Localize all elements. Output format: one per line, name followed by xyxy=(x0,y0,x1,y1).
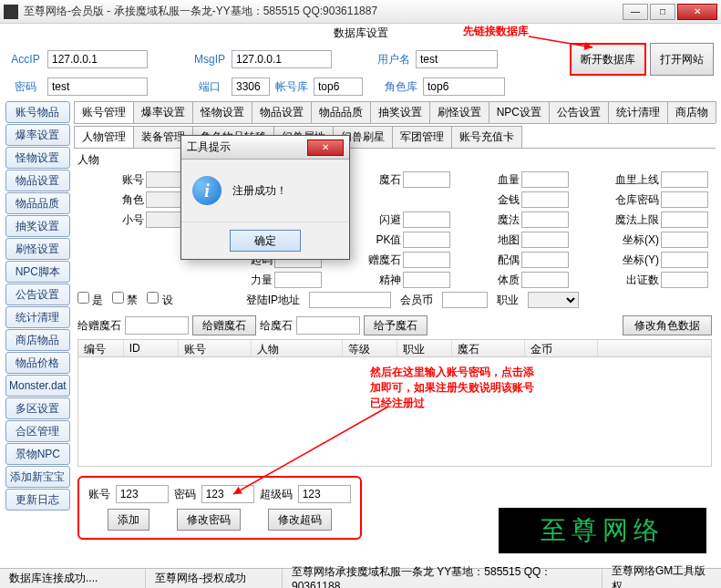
col-3[interactable]: 人物 xyxy=(252,340,343,356)
open-site-button[interactable]: 打开网站 xyxy=(650,43,714,76)
gold-input[interactable] xyxy=(521,191,569,208)
pwd-input[interactable] xyxy=(47,77,148,96)
tab-top-1[interactable]: 爆率设置 xyxy=(133,101,193,123)
job-combo[interactable] xyxy=(528,292,579,308)
acctbl-input[interactable] xyxy=(314,77,363,96)
mod-pwd-button[interactable]: 修改密码 xyxy=(177,509,241,531)
dialog-close-button[interactable]: ✕ xyxy=(307,139,344,156)
hp-input[interactable] xyxy=(521,171,569,188)
whpwd-input[interactable] xyxy=(661,191,708,208)
sidebar-item-17[interactable]: 更新日志 xyxy=(5,489,70,511)
hpmax-input[interactable] xyxy=(661,171,708,188)
chk-ban-box[interactable] xyxy=(112,292,124,304)
reg-acc-input[interactable] xyxy=(116,485,169,503)
col-5[interactable]: 职业 xyxy=(397,340,452,356)
tab-top-8[interactable]: 公告设置 xyxy=(549,101,609,123)
tab-top-2[interactable]: 怪物设置 xyxy=(192,101,252,123)
give-ms-input[interactable] xyxy=(125,316,189,335)
dialog-ok-button[interactable]: 确定 xyxy=(230,230,301,252)
tab-sub-5[interactable]: 军团管理 xyxy=(392,126,452,148)
roletbl-input[interactable] xyxy=(423,77,505,96)
sidebar-item-11[interactable]: 物品价格 xyxy=(5,352,70,374)
tab-top-6[interactable]: 刷怪设置 xyxy=(429,101,489,123)
tab-top-9[interactable]: 统计清理 xyxy=(608,101,668,123)
ms-input[interactable] xyxy=(403,171,450,188)
tab-sub-6[interactable]: 账号充值卡 xyxy=(451,126,522,148)
pk-input[interactable] xyxy=(403,232,450,248)
member-input[interactable] xyxy=(442,292,488,308)
app-icon xyxy=(4,5,18,19)
col-1[interactable]: ID xyxy=(124,340,179,356)
sidebar-item-0[interactable]: 账号物品 xyxy=(5,101,70,123)
lbl-hp: 血量 xyxy=(452,172,519,188)
sidebar-item-9[interactable]: 统计清理 xyxy=(5,306,70,328)
reg-pwd-input[interactable] xyxy=(201,485,254,503)
map-input[interactable] xyxy=(521,232,569,248)
reg-sup-input[interactable] xyxy=(298,485,351,503)
sidebar-item-14[interactable]: 合区管理 xyxy=(5,420,70,442)
give-ms2-button[interactable]: 给予魔石 xyxy=(364,315,427,335)
sidebar-item-5[interactable]: 抽奖设置 xyxy=(5,215,70,237)
spirit-input[interactable] xyxy=(403,272,450,288)
gift-input[interactable] xyxy=(403,252,450,268)
sidebar-item-12[interactable]: Monster.dat xyxy=(5,375,70,397)
tab-top-10[interactable]: 商店物 xyxy=(667,101,716,123)
chk-is-box[interactable] xyxy=(77,292,89,304)
chk-set-box[interactable] xyxy=(147,292,159,304)
mod-sup-button[interactable]: 修改超码 xyxy=(268,509,332,531)
sidebar-item-16[interactable]: 添加新宝宝 xyxy=(5,466,70,488)
give-ms2-input[interactable] xyxy=(296,316,360,335)
col-0[interactable]: 编号 xyxy=(78,340,124,356)
ip-input[interactable] xyxy=(309,292,391,308)
sidebar-item-4[interactable]: 物品品质 xyxy=(5,192,70,214)
tab-sub-0[interactable]: 人物管理 xyxy=(74,126,134,148)
cert-input[interactable] xyxy=(661,272,708,288)
sidebar-item-1[interactable]: 爆率设置 xyxy=(5,124,70,146)
sidebar-item-13[interactable]: 多区设置 xyxy=(5,397,70,419)
tab-top-3[interactable]: 物品设置 xyxy=(252,101,312,123)
user-input[interactable] xyxy=(416,50,498,68)
minimize-button[interactable]: — xyxy=(623,4,648,20)
mana-input[interactable] xyxy=(521,211,569,228)
spouse-input[interactable] xyxy=(521,252,569,268)
lbl-sub: 小号 xyxy=(77,212,144,228)
tab-top-5[interactable]: 抽奖设置 xyxy=(370,101,430,123)
sidebar-item-7[interactable]: NPC脚本 xyxy=(5,261,70,283)
col-2[interactable]: 账号 xyxy=(179,340,252,356)
sidebar-item-6[interactable]: 刷怪设置 xyxy=(5,238,70,260)
dodge-input[interactable] xyxy=(403,211,450,228)
give-ms-button[interactable]: 给赠魔石 xyxy=(192,315,256,335)
lbl-spouse: 配偶 xyxy=(452,253,519,268)
body-input[interactable] xyxy=(521,272,569,288)
tab-top-4[interactable]: 物品品质 xyxy=(311,101,371,123)
accip-input[interactable] xyxy=(47,50,148,68)
chk-is[interactable]: 是 xyxy=(77,292,103,308)
sidebar-item-2[interactable]: 怪物设置 xyxy=(5,147,70,169)
chk-ban[interactable]: 禁 xyxy=(112,292,138,308)
col-4[interactable]: 等级 xyxy=(343,340,397,356)
manamax-input[interactable] xyxy=(661,211,708,228)
col-6[interactable]: 魔石 xyxy=(452,340,525,356)
tab-top-7[interactable]: NPC设置 xyxy=(489,101,550,123)
col-7[interactable]: 金币 xyxy=(525,340,598,356)
y-input[interactable] xyxy=(661,252,708,268)
table-body: 然后在这里输入账号密码，点击添加即可，如果注册失败说明该账号已经注册过 xyxy=(77,357,712,467)
add-button[interactable]: 添加 xyxy=(108,509,149,531)
db-row-1: AccIP MsgIP 用户名 断开数据库 打开网站 xyxy=(0,41,721,77)
x-input[interactable] xyxy=(661,232,708,248)
maximize-button[interactable]: □ xyxy=(650,4,675,20)
chk-set[interactable]: 设 xyxy=(147,292,172,308)
port-input[interactable] xyxy=(232,77,270,96)
modify-char-button[interactable]: 修改角色数据 xyxy=(623,315,712,335)
sidebar-item-10[interactable]: 商店物品 xyxy=(5,329,70,351)
sidebar-item-15[interactable]: 景物NPC xyxy=(5,443,70,465)
action-row: 给赠魔石 给赠魔石 给魔石 给予魔石 修改角色数据 xyxy=(77,312,712,339)
info-icon: i xyxy=(192,176,221,205)
tab-top-0[interactable]: 账号管理 xyxy=(74,101,134,123)
close-button[interactable]: ✕ xyxy=(677,4,717,20)
sidebar-item-3[interactable]: 物品设置 xyxy=(5,170,70,191)
msgip-input[interactable] xyxy=(232,50,332,68)
str-input[interactable] xyxy=(274,272,322,288)
disconnect-db-button[interactable]: 断开数据库 xyxy=(570,43,646,76)
sidebar-item-8[interactable]: 公告设置 xyxy=(5,284,70,305)
